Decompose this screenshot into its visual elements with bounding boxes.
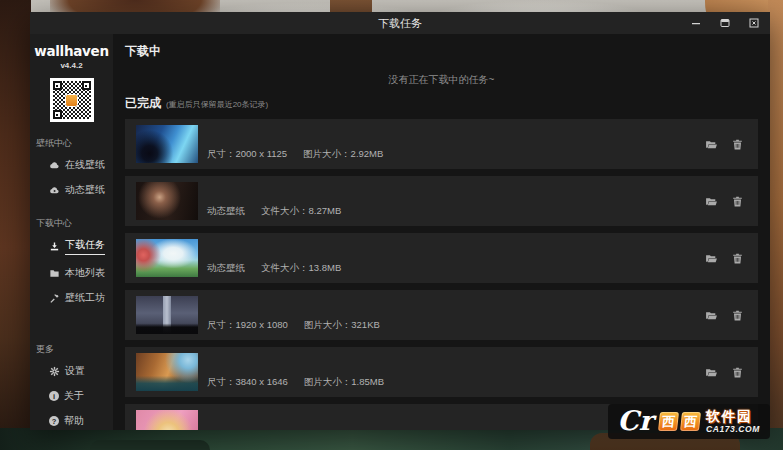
qr-finder [53,110,62,119]
row-actions [705,366,744,379]
row-filesize: 文件大小：13.8MB [261,262,341,275]
watermark-tile-xi: 西 [658,412,679,431]
watermark-text-column: 软件园 CA173.COM [706,409,760,434]
wallpaper-thumbnail[interactable] [136,125,198,163]
trash-icon [731,366,744,379]
app-version: v4.4.2 [30,61,113,70]
sidebar-item-dynamic-wallpapers[interactable]: 动态壁纸 [30,177,113,202]
completed-section-header: 已完成 (重启后只保留最近20条记录) [125,96,758,112]
sidebar-item-help[interactable]: ? 帮助 [30,408,113,430]
sidebar-item-label: 壁纸工坊 [65,291,105,305]
wallpaper-thumbnail[interactable] [136,410,198,430]
delete-button[interactable] [731,195,744,208]
open-folder-button[interactable] [705,309,718,322]
close-button[interactable] [747,17,760,30]
qr-center-logo [65,94,78,107]
trash-icon [731,252,744,265]
maximize-button[interactable] [718,17,731,30]
row-filesize: 文件大小：8.27MB [261,205,341,218]
site-watermark: Cr 西 西 软件园 CA173.COM [608,404,770,439]
sidebar-item-label: 设置 [65,364,85,378]
qr-finder [53,81,62,90]
open-folder-icon [705,309,718,322]
completed-section-title: 已完成 [125,96,161,110]
row-dimensions: 尺寸：2000 x 1125 [207,148,287,161]
folder-icon [49,268,60,279]
sidebar-item-label: 动态壁纸 [65,183,105,197]
wallpaper-thumbnail[interactable] [136,353,198,391]
workshop-hammer-icon [49,293,60,304]
open-folder-icon [705,138,718,151]
rock-formation [0,0,31,450]
sidebar-item-download-tasks[interactable]: 下载任务 [30,232,113,260]
main-content: 下载中 没有正在下载中的任务~ 已完成 (重启后只保留最近20条记录) 尺寸：2… [113,34,770,430]
row-info: 尺寸：1920 x 1080 图片大小：321KB [207,319,380,340]
open-folder-button[interactable] [705,252,718,265]
info-icon: i [49,391,59,401]
sidebar-item-label: 下载任务 [65,238,105,255]
empty-downloads-message: 没有正在下载中的任务~ [125,74,758,86]
wallpaper-thumbnail[interactable] [136,239,198,277]
download-row[interactable]: 尺寸：3840 x 1646 图片大小：1.85MB [125,347,758,397]
cloud-icon [49,160,60,171]
download-row[interactable]: 尺寸：1920 x 1080 图片大小：321KB [125,290,758,340]
minimize-button[interactable] [689,17,702,30]
sidebar-item-about[interactable]: i 关于 [30,383,113,408]
window-controls [689,12,760,34]
section-label: 更多 [30,343,113,356]
trash-icon [731,309,744,322]
help-icon: ? [49,416,59,426]
delete-button[interactable] [731,366,744,379]
delete-button[interactable] [731,309,744,322]
wallpaper-thumbnail[interactable] [136,296,198,334]
row-actions [705,138,744,151]
open-folder-button[interactable] [705,366,718,379]
row-actions [705,309,744,322]
app-window: 下载任务 wallhaven v4.4.2 [30,12,770,430]
row-type: 动态壁纸 [207,262,245,275]
sidebar-item-wallpaper-workshop[interactable]: 壁纸工坊 [30,285,113,310]
sidebar-item-label: 帮助 [64,414,84,428]
nav-section-more: 更多 设置 i 关于 ? 帮助 [30,343,113,430]
downloading-section-title: 下载中 [125,44,758,58]
qr-finder [82,81,91,90]
sidebar-item-label: 关于 [64,389,84,403]
section-label: 下载中心 [30,217,113,230]
sidebar-item-online-wallpapers[interactable]: 在线壁纸 [30,152,113,177]
delete-button[interactable] [731,138,744,151]
qr-code [50,78,94,122]
open-folder-icon [705,366,718,379]
completed-list: 尺寸：2000 x 1125 图片大小：2.92MB 动态壁纸 文件大小：8.2… [125,119,758,430]
row-dimensions: 尺寸：1920 x 1080 [207,319,288,332]
download-row[interactable]: 动态壁纸 文件大小：13.8MB [125,233,758,283]
rock-formation [768,0,783,450]
trash-icon [731,138,744,151]
sidebar-item-local-list[interactable]: 本地列表 [30,260,113,285]
trash-icon [731,195,744,208]
titlebar[interactable]: 下载任务 [30,12,770,34]
app-logo: wallhaven [30,43,113,59]
row-info: 动态壁纸 文件大小：8.27MB [207,205,341,226]
open-folder-icon [705,195,718,208]
open-folder-button[interactable] [705,138,718,151]
download-row[interactable]: 动态壁纸 文件大小：8.27MB [125,176,758,226]
row-actions [705,195,744,208]
sidebar-item-settings[interactable]: 设置 [30,358,113,383]
row-type: 动态壁纸 [207,205,245,218]
wallpaper-thumbnail[interactable] [136,182,198,220]
row-filesize: 图片大小：2.92MB [303,148,383,161]
row-info: 动态壁纸 文件大小：13.8MB [207,262,341,283]
nav-section-wallpaper-center: 壁纸中心 在线壁纸 动态壁纸 [30,137,113,202]
window-title: 下载任务 [30,16,770,31]
rock-formation [90,440,210,450]
delete-button[interactable] [731,252,744,265]
open-folder-button[interactable] [705,195,718,208]
completed-retention-note: (重启后只保留最近20条记录) [166,98,268,112]
download-row[interactable]: 尺寸：2000 x 1125 图片大小：2.92MB [125,119,758,169]
motion-cloud-icon [49,185,60,196]
row-filesize: 图片大小：321KB [304,319,380,332]
watermark-tile-xi: 西 [680,412,701,431]
section-label: 壁纸中心 [30,137,113,150]
download-tray-icon [49,241,60,252]
open-folder-icon [705,252,718,265]
